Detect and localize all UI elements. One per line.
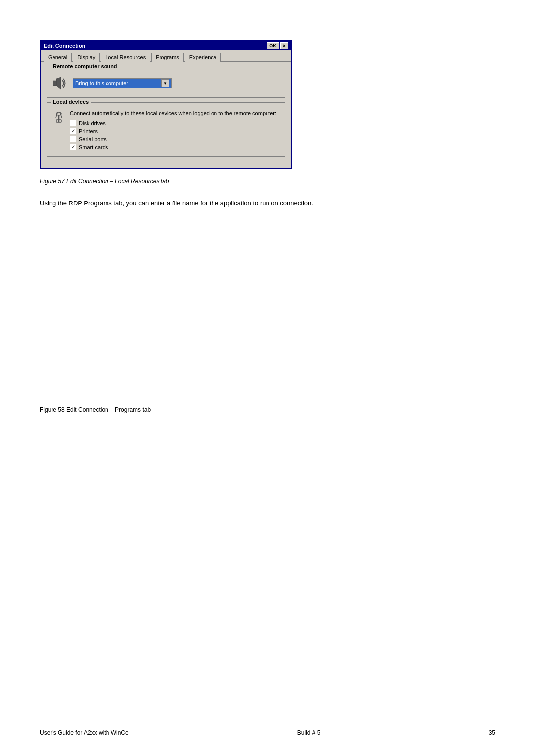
printers-label: Printers xyxy=(79,128,98,134)
figure57-caption: Figure 57 Edit Connection – Local Resour… xyxy=(40,178,495,185)
plug-icon xyxy=(52,111,66,127)
tab-general[interactable]: General xyxy=(44,53,72,62)
speaker-icon xyxy=(52,76,68,90)
sound-dropdown-value: Bring to this computer xyxy=(75,80,128,86)
footer-right: 35 xyxy=(489,729,495,736)
tab-display[interactable]: Display xyxy=(73,53,100,62)
page-footer: User's Guide for A2xx with WinCe Build #… xyxy=(40,725,495,736)
svg-marker-1 xyxy=(56,77,61,89)
smart-cards-row: Smart cards xyxy=(70,144,280,150)
remote-sound-group: Remote computer sound xyxy=(47,67,285,98)
sound-dropdown[interactable]: Bring to this computer ▼ xyxy=(73,78,172,88)
remote-sound-label: Remote computer sound xyxy=(51,63,119,69)
titlebar-buttons: OK × xyxy=(267,42,288,49)
smart-cards-label: Smart cards xyxy=(79,144,108,150)
svg-rect-0 xyxy=(53,81,56,86)
local-devices-content: Connect automatically to these local dev… xyxy=(52,110,280,151)
local-devices-group: Local devices Conne xyxy=(47,102,285,157)
devices-description: Connect automatically to these local dev… xyxy=(70,110,280,117)
dialog-tabs: General Display Local Resources Programs… xyxy=(41,50,291,62)
printers-checkbox[interactable] xyxy=(70,128,76,134)
footer-center: Build # 5 xyxy=(297,729,321,736)
body-text: Using the RDP Programs tab, you can ente… xyxy=(40,199,495,208)
disk-drives-checkbox[interactable] xyxy=(70,120,76,126)
disk-drives-label: Disk drives xyxy=(79,120,106,126)
dropdown-arrow-icon[interactable]: ▼ xyxy=(161,79,169,87)
dialog-titlebar: Edit Connection OK × xyxy=(41,41,291,50)
printers-row: Printers xyxy=(70,128,280,134)
dialog-body: Remote computer sound xyxy=(41,62,291,168)
tab-experience[interactable]: Experience xyxy=(185,53,221,62)
devices-options: Connect automatically to these local dev… xyxy=(70,110,280,151)
figure58-caption: Figure 58 Edit Connection – Programs tab xyxy=(40,406,495,413)
dialog-title: Edit Connection xyxy=(44,43,85,49)
smart-cards-checkbox[interactable] xyxy=(70,144,76,150)
serial-ports-checkbox[interactable] xyxy=(70,136,76,142)
edit-connection-dialog[interactable]: Edit Connection OK × General Display Loc… xyxy=(40,40,292,169)
sound-row: Bring to this computer ▼ xyxy=(52,74,280,92)
footer-left: User's Guide for A2xx with WinCe xyxy=(40,729,129,736)
ok-button[interactable]: OK xyxy=(267,42,279,49)
tab-local-resources[interactable]: Local Resources xyxy=(101,53,150,62)
serial-ports-label: Serial ports xyxy=(79,136,107,142)
local-devices-label: Local devices xyxy=(51,99,91,105)
tab-programs[interactable]: Programs xyxy=(151,53,184,62)
serial-ports-row: Serial ports xyxy=(70,136,280,142)
disk-drives-row: Disk drives xyxy=(70,120,280,126)
close-button[interactable]: × xyxy=(280,42,288,49)
